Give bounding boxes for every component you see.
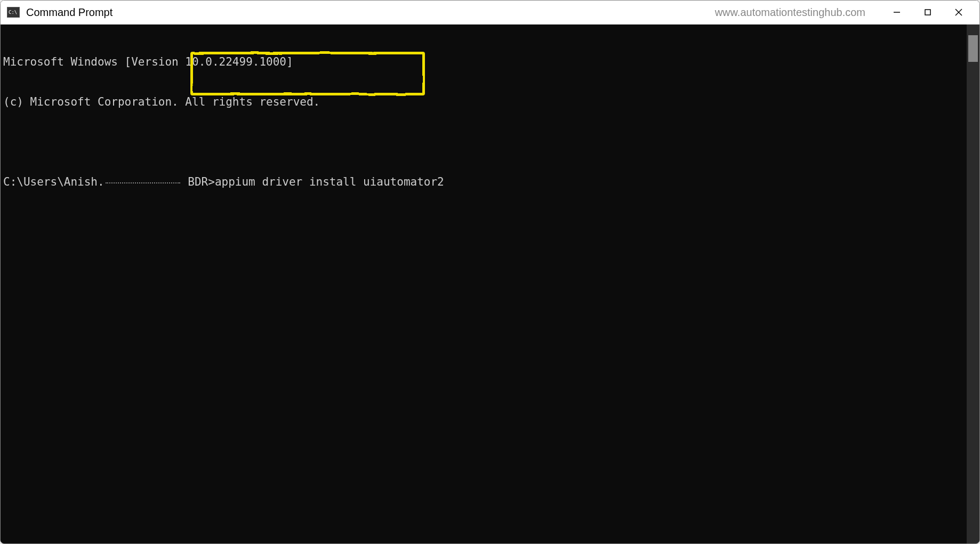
prompt-suffix: BDR> [181,175,215,188]
close-button[interactable] [943,1,974,25]
terminal-output-line: Microsoft Windows [Version 10.0.22499.10… [3,55,967,69]
window-controls [881,1,974,25]
maximize-icon [923,8,932,17]
terminal[interactable]: Microsoft Windows [Version 10.0.22499.10… [1,25,967,543]
scrollbar-thumb[interactable] [968,35,978,62]
window-title: Command Prompt [26,6,113,19]
terminal-command: appium driver install uiautomator2 [215,175,444,188]
redacted-text [106,182,180,183]
command-prompt-window: C:\ Command Prompt www.automationtesting… [0,0,980,544]
terminal-wrapper: Microsoft Windows [Version 10.0.22499.10… [1,25,979,543]
scrollbar[interactable] [967,25,979,543]
terminal-blank-line [3,135,967,149]
prompt-prefix: C:\Users\Anish. [3,175,105,188]
terminal-prompt-line: C:\Users\Anish. BDR>appium driver instal… [3,175,967,189]
terminal-output-line: (c) Microsoft Corporation. All rights re… [3,95,967,109]
close-icon [954,8,963,17]
svg-rect-1 [925,10,930,15]
maximize-button[interactable] [912,1,943,25]
watermark-text: www.automationtestinghub.com [715,6,865,19]
cmd-icon: C:\ [7,7,20,18]
titlebar[interactable]: C:\ Command Prompt www.automationtesting… [1,1,979,25]
minimize-icon [893,8,901,17]
minimize-button[interactable] [881,1,912,25]
